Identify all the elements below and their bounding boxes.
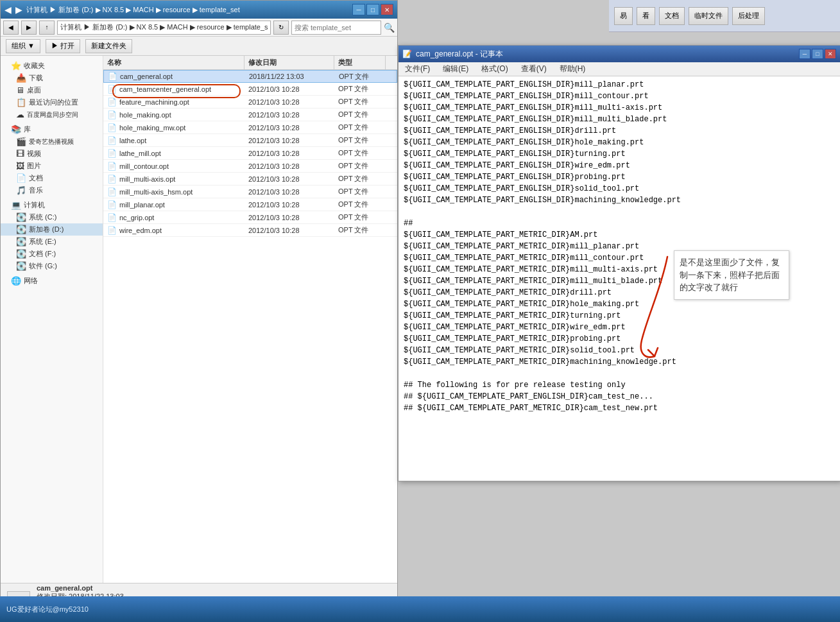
notepad-menu-help[interactable]: 帮助(H) xyxy=(553,62,592,76)
search-icon[interactable]: 🔍 xyxy=(384,22,395,33)
sidebar-item-video[interactable]: 🎞 视频 xyxy=(1,148,103,160)
file-type-cell: OPT 文件 xyxy=(334,211,386,223)
table-row[interactable]: 📄 cam_general.opt 2018/11/22 13:03 OPT 文… xyxy=(103,70,397,83)
notepad-menu-view[interactable]: 查看(V) xyxy=(515,62,553,76)
title-bar-buttons: ─ □ ✕ xyxy=(352,4,393,15)
notepad-menu-edit[interactable]: 编辑(E) xyxy=(436,62,475,76)
explorer-window: ◀ ▶ 计算机 ▶ 新加卷 (D:) ▶ NX 8.5 ▶ MACH ▶ res… xyxy=(0,0,398,622)
maximize-button[interactable]: □ xyxy=(366,4,379,15)
top-btn-yi[interactable]: 易 xyxy=(614,7,633,25)
annotation-balloon: 是不是这里面少了文件，复制一条下来，照样子把后面的文字改了就行 xyxy=(674,250,789,300)
computer-section: 💻 计算机 💽 系统 (C:) 💽 新加卷 (D:) 💽 系统 (E:) 💽 xyxy=(1,199,103,272)
file-type-cell: OPT 文件 xyxy=(334,224,386,236)
sidebar-item-d-drive[interactable]: 💽 新加卷 (D:) xyxy=(1,223,103,236)
bottom-bar-text: UG爱好者论坛@my52310 xyxy=(6,605,89,614)
notepad-menu-file[interactable]: 文件(F) xyxy=(399,62,436,76)
sidebar-item-network[interactable]: 🌐 网络 xyxy=(1,275,103,287)
organize-button[interactable]: 组织 ▼ xyxy=(6,39,40,53)
file-date-cell: 2012/10/3 10:28 xyxy=(244,187,334,197)
file-type-cell: OPT 文件 xyxy=(334,96,386,108)
file-date-cell: 2012/10/3 10:28 xyxy=(244,225,334,236)
new-folder-button[interactable]: 新建文件夹 xyxy=(85,39,132,53)
table-row[interactable]: 📄 lathe_mill.opt 2012/10/3 10:28 OPT 文件 xyxy=(103,147,397,160)
table-row[interactable]: 📄 mill_contour.opt 2012/10/3 10:28 OPT 文… xyxy=(103,160,397,173)
toolbar: 组织 ▼ ▶ 打开 新建文件夹 xyxy=(1,37,397,56)
refresh-button[interactable]: ↻ xyxy=(273,21,289,35)
file-list-body: 📄 cam_general.opt 2018/11/22 13:03 OPT 文… xyxy=(103,70,397,237)
file-date-cell: 2018/11/22 13:03 xyxy=(245,71,335,82)
minimize-button[interactable]: ─ xyxy=(352,4,365,15)
top-btn-kan[interactable]: 看 xyxy=(637,7,655,25)
annotation-text: 是不是这里面少了文件，复制一条下来，照样子把后面的文字改了就行 xyxy=(680,257,780,292)
sidebar-item-e-drive[interactable]: 💽 系统 (E:) xyxy=(1,236,103,248)
file-date-cell: 2012/10/3 10:28 xyxy=(244,135,334,146)
sidebar-item-g-drive[interactable]: 💽 软件 (G:) xyxy=(1,260,103,272)
notepad-close-button[interactable]: ✕ xyxy=(825,49,836,59)
file-name-cell: 📄 feature_machining.opt xyxy=(103,96,244,108)
sidebar-item-c-drive[interactable]: 💽 系统 (C:) xyxy=(1,211,103,223)
sidebar-item-download[interactable]: 📥 下载 xyxy=(1,72,103,84)
open-button[interactable]: ▶ 打开 xyxy=(46,39,80,53)
address-input[interactable] xyxy=(57,21,271,35)
file-name-cell: 📄 mill_multi-axis_hsm.opt xyxy=(103,186,244,198)
sidebar-item-documents[interactable]: 📄 文档 xyxy=(1,172,103,184)
file-name-cell: 📄 wire_edm.opt xyxy=(103,225,244,236)
file-date-cell: 2012/10/3 10:28 xyxy=(244,161,334,171)
file-date-cell: 2012/10/3 10:28 xyxy=(244,200,334,210)
notepad-title: cam_general.opt - 记事本 xyxy=(416,49,503,60)
notepad-icon: 📝 xyxy=(402,49,412,58)
top-btn-post[interactable]: 后处理 xyxy=(732,7,765,25)
sidebar-item-f-drive[interactable]: 💽 文档 (F:) xyxy=(1,248,103,260)
file-icon: 📄 xyxy=(107,149,117,158)
file-icon: 📄 xyxy=(107,110,117,119)
file-name-cell: 📄 mill_multi-axis.opt xyxy=(103,173,244,185)
notepad-menu-format[interactable]: 格式(O) xyxy=(475,62,514,76)
file-icon: 📄 xyxy=(107,200,117,209)
up-button[interactable]: ↑ xyxy=(39,21,55,35)
sidebar-item-baidu[interactable]: ☁ 百度网盘同步空间 xyxy=(1,108,103,121)
explorer-title-bar: ◀ ▶ 计算机 ▶ 新加卷 (D:) ▶ NX 8.5 ▶ MACH ▶ res… xyxy=(1,1,397,19)
table-row[interactable]: 📄 mill_planar.opt 2012/10/3 10:28 OPT 文件 xyxy=(103,198,397,211)
file-type-cell: OPT 文件 xyxy=(334,173,386,185)
sidebar-item-aiqiyi[interactable]: 🎬 爱奇艺热播视频 xyxy=(1,135,103,148)
column-date[interactable]: 修改日期 xyxy=(244,56,334,69)
file-type-cell: OPT 文件 xyxy=(334,198,386,211)
sidebar-item-desktop[interactable]: 🖥 桌面 xyxy=(1,84,103,96)
file-type-cell: OPT 文件 xyxy=(335,71,386,83)
sidebar-item-computer-header: 💻 计算机 xyxy=(1,199,103,211)
file-date-cell: 2012/10/3 10:28 xyxy=(244,97,334,107)
file-icon: 📄 xyxy=(107,85,117,94)
explorer-nav-back-icon[interactable]: ◀ xyxy=(4,4,12,15)
table-row[interactable]: 📄 mill_multi-axis.opt 2012/10/3 10:28 OP… xyxy=(103,173,397,186)
file-list-header: 名称 修改日期 类型 xyxy=(103,56,397,70)
search-input[interactable] xyxy=(291,21,381,35)
column-name[interactable]: 名称 xyxy=(103,56,244,69)
notepad-minimize-button[interactable]: ─ xyxy=(799,49,810,59)
file-name-cell: 📄 mill_planar.opt xyxy=(103,199,244,211)
notepad-title-bar: 📝 cam_general.opt - 记事本 ─ □ ✕ xyxy=(399,46,840,62)
table-row[interactable]: 📄 feature_machining.opt 2012/10/3 10:28 … xyxy=(103,96,397,108)
top-btn-docs[interactable]: 文档 xyxy=(659,7,685,25)
back-button[interactable]: ◀ xyxy=(3,21,19,35)
address-bar: ◀ ▶ ↑ ↻ 🔍 xyxy=(1,19,397,37)
table-row[interactable]: 📄 cam_teamcenter_general.opt 2012/10/3 1… xyxy=(103,83,397,96)
table-row[interactable]: 📄 hole_making.opt 2012/10/3 10:28 OPT 文件 xyxy=(103,108,397,121)
forward-button[interactable]: ▶ xyxy=(21,21,37,35)
sidebar-item-favorites-header: ⭐ 收藏夹 xyxy=(1,60,103,72)
table-row[interactable]: 📄 mill_multi-axis_hsm.opt 2012/10/3 10:2… xyxy=(103,186,397,198)
sidebar-item-recent[interactable]: 📋 最近访问的位置 xyxy=(1,96,103,108)
column-type[interactable]: 类型 xyxy=(334,56,386,69)
table-row[interactable]: 📄 nc_grip.opt 2012/10/3 10:28 OPT 文件 xyxy=(103,211,397,224)
sidebar-item-music[interactable]: 🎵 音乐 xyxy=(1,184,103,196)
bottom-bar: UG爱好者论坛@my52310 xyxy=(0,596,840,622)
table-row[interactable]: 📄 wire_edm.opt 2012/10/3 10:28 OPT 文件 xyxy=(103,224,397,237)
table-row[interactable]: 📄 lathe.opt 2012/10/3 10:28 OPT 文件 xyxy=(103,134,397,147)
file-icon: 📄 xyxy=(107,213,117,222)
top-btn-temp[interactable]: 临时文件 xyxy=(689,7,728,25)
close-button[interactable]: ✕ xyxy=(381,4,393,15)
table-row[interactable]: 📄 hole_making_mw.opt 2012/10/3 10:28 OPT… xyxy=(103,121,397,134)
notepad-maximize-button[interactable]: □ xyxy=(812,49,823,59)
sidebar-item-pictures[interactable]: 🖼 图片 xyxy=(1,160,103,172)
file-name-cell: 📄 cam_teamcenter_general.opt xyxy=(103,83,244,95)
explorer-nav-forward-icon[interactable]: ▶ xyxy=(15,4,22,15)
